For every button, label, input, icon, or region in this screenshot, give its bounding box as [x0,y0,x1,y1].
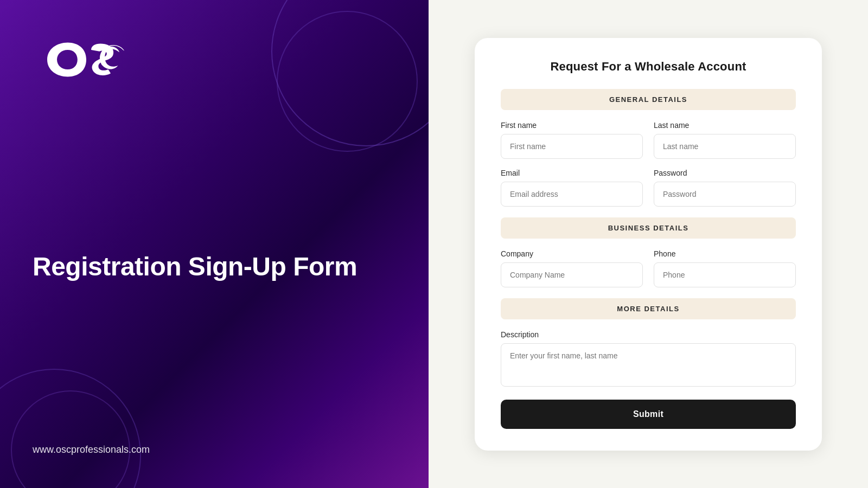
tagline-text: Registration Sign-Up Form [33,251,396,282]
company-input[interactable] [501,262,643,287]
phone-input[interactable] [654,262,796,287]
description-group: Description [501,330,796,387]
email-group: Email [501,169,643,207]
first-name-label: First name [501,121,643,130]
password-input[interactable] [654,182,796,207]
password-group: Password [654,169,796,207]
phone-group: Phone [654,249,796,287]
first-name-group: First name [501,121,643,159]
last-name-input[interactable] [654,134,796,159]
general-details-header: GENERAL DETAILS [501,89,796,110]
logo-svg [33,33,130,87]
logo [33,33,396,89]
last-name-group: Last name [654,121,796,159]
right-panel: Request For a Wholesale Account GENERAL … [429,0,868,488]
company-group: Company [501,249,643,287]
company-label: Company [501,249,643,258]
more-details-header: MORE DETAILS [501,298,796,319]
left-middle-content: Registration Sign-Up Form [33,251,396,282]
email-label: Email [501,169,643,177]
company-phone-row: Company Phone [501,249,796,287]
description-input[interactable] [501,343,796,387]
last-name-label: Last name [654,121,796,130]
form-title: Request For a Wholesale Account [501,60,796,74]
password-label: Password [654,169,796,177]
left-panel: Registration Sign-Up Form www.oscprofess… [0,0,429,488]
form-card: Request For a Wholesale Account GENERAL … [475,38,822,451]
business-details-header: BUSINESS DETAILS [501,217,796,239]
name-row: First name Last name [501,121,796,159]
description-label: Description [501,330,796,339]
phone-label: Phone [654,249,796,258]
submit-button[interactable]: Submit [501,400,796,429]
email-password-row: Email Password [501,169,796,207]
website-url: www.oscprofessionals.com [33,444,396,455]
first-name-input[interactable] [501,134,643,159]
email-input[interactable] [501,182,643,207]
